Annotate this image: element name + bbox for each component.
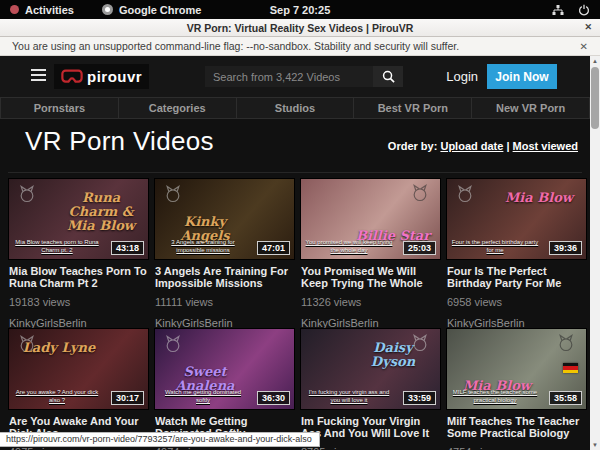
search-icon <box>382 70 395 83</box>
section-divider <box>8 172 582 173</box>
video-views: 4754 views <box>447 446 586 450</box>
browser-viewport: pirouvr Login Join Now Pornstars Categor… <box>0 56 600 450</box>
video-thumbnail[interactable]: Lady Lyne Are you awake ? And your dick … <box>8 328 149 410</box>
cat-watermark-icon <box>556 333 576 353</box>
video-card[interactable]: Mia Blow Four is the perfect birthday pa… <box>445 178 588 328</box>
order-by-most-viewed-link[interactable]: Most viewed <box>513 140 578 152</box>
page-scrollbar[interactable]: ▲ ▼ <box>590 56 600 450</box>
video-views: 6958 views <box>447 296 586 308</box>
video-card[interactable]: Kinky Angels 3 Angels are training for i… <box>153 178 296 328</box>
system-top-bar: Activities Google Chrome Sep 7 20:25 <box>0 0 600 19</box>
video-thumbnail[interactable]: Billie Star You promised we will keep tr… <box>300 178 441 260</box>
video-views: 11326 views <box>301 296 440 308</box>
duration-badge: 33:59 <box>403 391 436 405</box>
vr-goggles-icon <box>61 69 83 84</box>
screen: Activities Google Chrome Sep 7 20:25 VR … <box>0 0 600 450</box>
video-thumbnail[interactable]: Daisy Dyson I'm fucking your virgin ass … <box>300 328 441 410</box>
clock[interactable]: Sep 7 20:25 <box>0 4 600 16</box>
duration-badge: 25:03 <box>403 241 436 255</box>
window-title-bar: VR Porn: Virtual Reality Sex Videos | Pi… <box>0 19 600 37</box>
video-grid: Runa Charm & Mia Blow Mia Blow teaches p… <box>7 178 589 450</box>
logo-text: pirouvr <box>87 68 142 85</box>
duration-badge: 43:18 <box>111 241 144 255</box>
video-title[interactable]: Mia Blow Teaches Porn To Runa Charm Pt 2 <box>9 265 148 289</box>
nav-item-categories[interactable]: Categories <box>119 97 237 119</box>
duration-badge: 30:17 <box>111 391 144 405</box>
search-input[interactable] <box>205 66 373 87</box>
order-by-upload-date-link[interactable]: Upload date <box>440 140 503 152</box>
scrollbar-up-arrow[interactable]: ▲ <box>590 56 600 66</box>
duration-badge: 47:01 <box>257 241 290 255</box>
video-thumbnail[interactable]: Sweet Analena Watch me getting dominated… <box>154 328 295 410</box>
video-title[interactable]: 3 Angels Are Training For Impossible Mis… <box>155 265 294 289</box>
hamburger-menu-icon[interactable] <box>31 69 46 81</box>
order-by-label: Order by: <box>388 140 438 152</box>
video-title[interactable]: Milf Teaches The Teacher Some Practical … <box>447 415 586 439</box>
cat-watermark-icon <box>163 334 183 354</box>
login-link[interactable]: Login <box>446 69 478 84</box>
german-flag-icon <box>563 363 578 373</box>
cat-watermark-icon <box>455 184 475 204</box>
page-title: VR Porn Videos <box>25 126 214 157</box>
video-title[interactable]: You Promised We Will Keep Trying The Who… <box>301 265 440 289</box>
thumbnail-caption: You promised we will keep trying the who… <box>305 238 393 254</box>
nav-item-pornstars[interactable]: Pornstars <box>0 97 119 119</box>
video-title[interactable]: Four Is The Perfect Birthday Party For M… <box>447 265 586 289</box>
order-by-separator: | <box>506 140 509 152</box>
thumbnail-caption: Mia Blow teaches porn to Runa Charm pt. … <box>13 238 101 254</box>
site-header: pirouvr Login Join Now <box>0 56 590 97</box>
order-by-controls: Order by: Upload date | Most viewed <box>388 140 578 152</box>
main-nav-menu: Pornstars Categories Studios Best VR Por… <box>0 97 590 119</box>
window-close-icon[interactable]: ✕ <box>584 22 592 32</box>
video-title[interactable]: Im Fucking Your Virgin Ass And You Will … <box>301 415 440 439</box>
video-card[interactable]: Billie Star You promised we will keep tr… <box>299 178 442 328</box>
video-views: 11111 views <box>155 296 294 308</box>
cat-watermark-icon <box>163 184 183 204</box>
thumbnail-overlay-name: Daisy Dyson <box>351 341 435 369</box>
video-views: 19183 views <box>9 296 148 308</box>
warning-close-icon[interactable]: ✕ <box>580 41 588 52</box>
thumbnail-caption: Watch me getting dominated softly <box>159 388 247 404</box>
thumbnail-overlay-name: Runa Charm & Mia Blow <box>59 191 143 233</box>
join-now-button[interactable]: Join Now <box>487 64 557 89</box>
window-title: VR Porn: Virtual Reality Sex Videos | Pi… <box>187 22 414 34</box>
nav-item-best-vr-porn[interactable]: Best VR Porn <box>354 97 472 119</box>
duration-badge: 39:36 <box>549 241 582 255</box>
video-thumbnail[interactable]: Mia Blow MILF teaches the teacher some p… <box>446 328 587 410</box>
nav-item-studios[interactable]: Studios <box>237 97 355 119</box>
status-url-tooltip: https://pirouvr.com/vr-porn-video/779325… <box>0 432 320 447</box>
warning-message: You are using an unsupported command-lin… <box>12 40 459 52</box>
video-views: 8795 views <box>301 446 440 450</box>
video-thumbnail[interactable]: Mia Blow Four is the perfect birthday pa… <box>446 178 587 260</box>
duration-badge: 36:30 <box>257 391 290 405</box>
video-thumbnail[interactable]: Runa Charm & Mia Blow Mia Blow teaches p… <box>8 178 149 260</box>
thumbnail-caption: Four is the perfect birthday party for m… <box>451 238 539 254</box>
thumbnail-overlay-name: Mia Blow <box>497 191 581 205</box>
nav-item-new-vr-porn[interactable]: New VR Porn <box>472 97 590 119</box>
video-card[interactable]: Runa Charm & Mia Blow Mia Blow teaches p… <box>7 178 150 328</box>
warning-infobar: You are using an unsupported command-lin… <box>0 37 600 56</box>
thumbnail-caption: MILF teaches the teacher some practical … <box>451 388 539 404</box>
power-icon[interactable] <box>578 4 590 16</box>
thumbnail-overlay-name: Lady Lyne <box>17 341 101 355</box>
thumbnail-caption: I'm fucking your virgin ass and you will… <box>305 388 393 404</box>
network-icon[interactable] <box>552 4 564 16</box>
search-button[interactable] <box>373 66 403 87</box>
duration-badge: 35:58 <box>549 391 582 405</box>
cat-watermark-icon <box>17 184 37 204</box>
scrollbar-down-arrow[interactable]: ▼ <box>590 440 600 450</box>
video-card[interactable]: Daisy Dyson I'm fucking your virgin ass … <box>299 328 442 450</box>
cat-watermark-icon <box>410 183 430 203</box>
video-thumbnail[interactable]: Kinky Angels 3 Angels are training for i… <box>154 178 295 260</box>
thumbnail-caption: Are you awake ? And your dick also ? <box>13 388 101 404</box>
scrollbar-thumb[interactable] <box>591 67 599 129</box>
thumbnail-caption: 3 Angels are training for impossible mis… <box>159 238 247 254</box>
site-logo[interactable]: pirouvr <box>54 64 149 89</box>
video-card[interactable]: Mia Blow MILF teaches the teacher some p… <box>445 328 588 450</box>
